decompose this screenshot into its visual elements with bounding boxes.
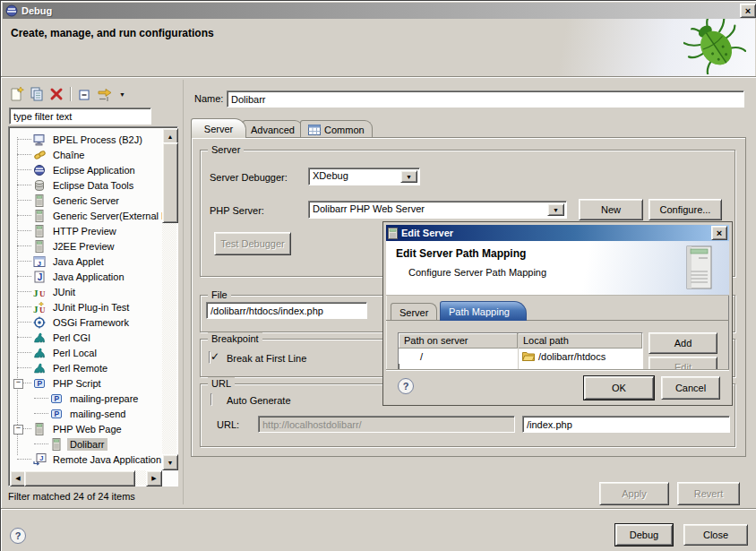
tree-item[interactable]: JUJUnit [10, 284, 162, 299]
tree-horizontal-scrollbar[interactable] [10, 470, 162, 485]
table-icon [308, 125, 321, 135]
sash-divider[interactable] [183, 80, 184, 504]
debug-button[interactable]: Debug [615, 524, 673, 546]
tree-connector [34, 443, 48, 444]
filter-config-icon[interactable] [97, 87, 115, 102]
tree-item[interactable]: PPHP Script [10, 375, 162, 391]
path-mapping-table[interactable]: Path on server Local path //dolibarr/htd… [398, 332, 643, 370]
tree-item[interactable]: JUJUnit Plug-in Test [10, 299, 162, 314]
new-server-button[interactable]: New [579, 199, 643, 220]
cancel-button[interactable]: Cancel [661, 376, 720, 400]
tree-connector [17, 200, 31, 201]
junit-plugin-icon: JU [32, 301, 47, 314]
server-icon [32, 423, 47, 435]
tree-item[interactable]: Perl Local [10, 345, 162, 360]
add-mapping-button[interactable]: Add [649, 332, 717, 354]
dialog-help-icon[interactable]: ? [398, 378, 414, 394]
configure-server-button[interactable]: Configure... [649, 199, 722, 220]
horizontal-scroll-thumb[interactable] [24, 470, 135, 486]
svg-text:U: U [39, 305, 46, 314]
svg-text:P: P [55, 394, 60, 403]
dialog-tab-path-mapping[interactable]: Path Mapping [440, 301, 527, 321]
server-debugger-combo[interactable]: XDebug [308, 168, 420, 185]
duplicate-config-icon[interactable] [30, 86, 45, 102]
tree-item-label: Eclipse Data Tools [50, 179, 136, 192]
break-checkbox[interactable] [209, 351, 210, 364]
tree-item[interactable]: Eclipse Data Tools [10, 177, 162, 193]
auto-generate-checkbox[interactable] [210, 393, 212, 406]
button-label: OK [612, 383, 626, 393]
column-label: Path on server [404, 335, 468, 346]
tree-connector [34, 413, 48, 414]
url-path-input[interactable] [522, 416, 730, 433]
vertical-scroll-thumb[interactable] [162, 142, 178, 223]
base-url-input [258, 416, 515, 433]
window-close-button[interactable] [740, 4, 756, 18]
tree-item[interactable]: BPEL Process (B2J) [10, 132, 162, 147]
tree-item[interactable]: OSGi Framework [10, 314, 162, 330]
new-config-icon[interactable] [10, 86, 25, 102]
config-name-input[interactable] [227, 90, 744, 108]
tree-item[interactable]: Dolibarr [10, 436, 162, 452]
tree-item[interactable]: Eclipse Application [10, 162, 162, 177]
tree-item[interactable]: Pmailing-send [10, 406, 162, 421]
tab-server[interactable]: Server [191, 118, 246, 138]
collapse-toggle-icon[interactable] [13, 379, 23, 389]
svg-text:J: J [38, 272, 43, 282]
dialog-heading: Edit Server Path Mapping [396, 247, 526, 260]
tree-item-label: Generic Server(External La [50, 210, 162, 222]
url-group-title: URL [208, 377, 235, 390]
tree-item[interactable]: Generic Server(External La [10, 208, 162, 223]
dialog-header: Edit Server Path Mapping Configure Serve… [386, 241, 729, 296]
tab-label: Server [399, 307, 428, 318]
collapse-all-icon[interactable] [77, 87, 92, 102]
server-icon [388, 228, 398, 239]
delete-config-icon[interactable] [49, 87, 64, 101]
tree-item[interactable]: JJava Applet [10, 254, 162, 269]
scroll-down-button[interactable] [162, 454, 178, 470]
tree-item[interactable]: JRemote Java Application [10, 452, 162, 467]
tree-item-label: mailing-send [67, 408, 128, 420]
svg-text:J: J [33, 287, 39, 297]
menu-dropdown-icon[interactable] [119, 91, 125, 98]
junit-icon: JU [32, 286, 47, 298]
tree-vertical-scrollbar[interactable] [162, 128, 176, 470]
tree-item[interactable]: Generic Server [10, 193, 162, 208]
ok-button[interactable]: OK [584, 376, 654, 400]
scroll-right-button[interactable] [146, 470, 162, 486]
column-header-path-on-server[interactable]: Path on server [399, 333, 518, 349]
window-titlebar[interactable]: Debug [3, 3, 756, 19]
file-input[interactable] [206, 302, 367, 319]
tree-item[interactable]: Pmailing-prepare [10, 391, 162, 406]
table-row[interactable]: //dolibarr/htdocs [399, 349, 642, 364]
dialog-close-button[interactable] [711, 226, 727, 240]
revert-button: Revert [677, 482, 740, 505]
eclipse-app-icon [32, 164, 47, 176]
help-icon[interactable]: ? [10, 528, 26, 544]
edit-mapping-button: Edit [649, 357, 717, 370]
chevron-down-icon[interactable] [547, 203, 564, 216]
server-icon [49, 438, 64, 451]
tree-item[interactable]: J2EE Preview [10, 238, 162, 254]
tree-item[interactable]: Perl Remote [10, 360, 162, 375]
svg-text:J: J [38, 259, 41, 267]
tree-item[interactable]: PHP Web Page [10, 421, 162, 436]
tree-item[interactable]: Chaîne [10, 147, 162, 162]
close-button[interactable]: Close [683, 524, 748, 546]
dialog-titlebar[interactable]: Edit Server [386, 225, 729, 241]
tree-item[interactable]: Perl CGI [10, 330, 162, 345]
tree-connector [17, 367, 31, 368]
column-header-local-path[interactable]: Local path [518, 333, 642, 349]
config-toolbar [10, 85, 125, 103]
tree-item[interactable]: JJava Application [10, 269, 162, 284]
breakpoint-group-title: Breakpoint [208, 332, 262, 345]
chevron-down-icon[interactable] [400, 170, 417, 183]
filter-input[interactable] [9, 108, 151, 125]
php-server-combo[interactable]: Dolibarr PHP Web Server [308, 201, 567, 219]
tab-common[interactable]: Common [300, 120, 373, 138]
collapse-toggle-icon[interactable] [13, 425, 23, 435]
tree-connector [17, 169, 31, 170]
tab-advanced[interactable]: Advanced [243, 120, 303, 138]
dialog-tab-server[interactable]: Server [391, 303, 437, 321]
tree-item[interactable]: HTTP Preview [10, 223, 162, 238]
